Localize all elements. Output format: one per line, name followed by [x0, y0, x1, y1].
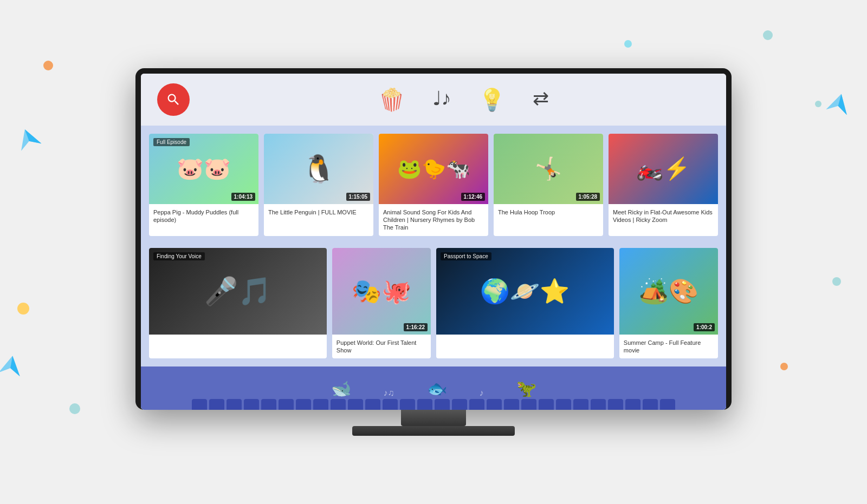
seat: [643, 399, 658, 410]
seat: [279, 399, 294, 410]
seat: [469, 399, 484, 410]
footer-char-2: 🐟: [427, 379, 447, 398]
seat: [296, 399, 311, 410]
video-card-voice[interactable]: 🎤🎵 Finding Your Voice: [149, 248, 327, 359]
video-card-hula[interactable]: 🤸🏻 1:05:28 The Hula Hoop Troop: [494, 134, 603, 236]
duration-penguin: 1:15:05: [346, 193, 370, 201]
seat: [383, 399, 398, 410]
tv-outer: 🍿 ♩♪ 💡 ⇄: [135, 68, 732, 410]
seat: [313, 399, 328, 410]
nav-explore[interactable]: ⇄: [533, 89, 549, 110]
search-icon: [166, 92, 181, 107]
music-icon: ♩♪: [432, 89, 451, 108]
origami-left: [14, 123, 42, 154]
origami-left-bottom: [0, 351, 24, 379]
nav-icons: 🍿 ♩♪ 💡 ⇄: [217, 89, 710, 110]
thumb-space: 🌍🪐⭐: [436, 248, 614, 335]
tv-screen: 🍿 ♩♪ 💡 ⇄: [141, 74, 726, 410]
tv-neck: [401, 410, 466, 426]
seat: [591, 399, 606, 410]
title-ricky: Meet Ricky in Flat-Out Awesome Kids Vide…: [609, 204, 718, 228]
seat: [573, 399, 588, 410]
seat: [348, 399, 363, 410]
title-puppet: Puppet World: Our First Talent Show: [332, 335, 431, 359]
thumb-ricky: 🏍️⚡: [609, 134, 718, 204]
music-notes-1: ♪♫: [384, 388, 394, 398]
seat: [209, 399, 224, 410]
nav-movies[interactable]: 🍿: [378, 89, 405, 110]
music-notes-2: ♪: [480, 388, 484, 398]
footer-characters: 🐋 ♪♫ 🐟 ♪ 🦖: [331, 379, 536, 398]
seat: [227, 399, 242, 410]
movies-icon: 🍿: [378, 89, 405, 110]
seat: [504, 399, 519, 410]
learning-icon: 💡: [478, 89, 506, 110]
dot-8: [815, 101, 821, 107]
title-animal: Animal Sound Song For Kids And Children …: [379, 204, 488, 236]
duration-puppet: 1:16:22: [404, 323, 428, 331]
seat: [487, 399, 502, 410]
video-card-peppa[interactable]: 🐷🐷 Full Episode 1:04:13 Peppa Pig - Mudd…: [149, 134, 258, 236]
svg-marker-4: [826, 91, 852, 115]
seat: [192, 399, 207, 410]
seat: [331, 399, 346, 410]
duration-hula: 1:05:28: [576, 193, 600, 201]
seat: [244, 399, 259, 410]
seat: [365, 399, 380, 410]
tv-stand: [135, 410, 732, 436]
video-card-summer[interactable]: 🏕️🎨 1:00:2 Summer Camp - Full Feature mo…: [619, 248, 718, 359]
duration-peppa: 1:04:13: [231, 193, 255, 201]
video-row-1: 🐷🐷 Full Episode 1:04:13 Peppa Pig - Mudd…: [141, 126, 726, 244]
duration-summer: 1:00:2: [694, 323, 715, 331]
title-peppa: Peppa Pig - Muddy Puddles (full episode): [149, 204, 258, 228]
tv-wrapper: 🍿 ♩♪ 💡 ⇄: [135, 68, 732, 436]
video-card-space[interactable]: 🌍🪐⭐ Passport to Space: [436, 248, 614, 359]
nav-bar: 🍿 ♩♪ 💡 ⇄: [141, 74, 726, 126]
seat: [452, 399, 467, 410]
explore-icon: ⇄: [533, 89, 549, 108]
footer-bar: 🐋 ♪♫ 🐟 ♪ 🦖: [141, 366, 726, 410]
title-summer: Summer Camp - Full Feature movie: [619, 335, 718, 359]
video-row-2: 🎤🎵 Finding Your Voice 🎭🐙 1:16:22: [141, 244, 726, 367]
seat: [539, 399, 554, 410]
seat: [261, 399, 276, 410]
dot-6: [780, 363, 788, 370]
thumb-voice: 🎤🎵: [149, 248, 327, 335]
label-voice: Finding Your Voice: [153, 252, 205, 260]
origami-right: [825, 88, 853, 118]
thumb-puppet: 🎭🐙: [332, 248, 431, 335]
duration-animal: 1:12:46: [461, 193, 485, 201]
dot-5: [832, 277, 841, 286]
search-button[interactable]: [157, 83, 190, 116]
seat: [521, 399, 536, 410]
label-full-episode: Full Episode: [153, 138, 190, 146]
content-area: 🐷🐷 Full Episode 1:04:13 Peppa Pig - Mudd…: [141, 126, 726, 410]
video-card-penguin[interactable]: 🐧 1:15:05 The Little Penguin | FULL MOVI…: [264, 134, 373, 236]
dot-4: [17, 303, 29, 315]
thumb-summer: 🏕️🎨: [619, 248, 718, 335]
tv-base: [352, 426, 515, 436]
nav-music[interactable]: ♩♪: [432, 89, 451, 110]
video-card-puppet[interactable]: 🎭🐙 1:16:22 Puppet World: Our First Talen…: [332, 248, 431, 359]
seat: [435, 399, 450, 410]
dot-1: [43, 61, 53, 70]
seat: [556, 399, 571, 410]
dot-7: [69, 403, 80, 414]
title-hula: The Hula Hoop Troop: [494, 204, 603, 224]
seat: [660, 399, 675, 410]
title-penguin: The Little Penguin | FULL MOVIE: [264, 204, 373, 224]
label-space: Passport to Space: [441, 252, 491, 260]
seat: [400, 399, 415, 410]
nav-learning[interactable]: 💡: [478, 89, 506, 110]
dot-2: [624, 40, 632, 48]
seat: [625, 399, 640, 410]
video-card-animal[interactable]: 🐸🐤🐄 1:12:46 Animal Sound Song For Kids A…: [379, 134, 488, 236]
seat: [608, 399, 623, 410]
video-card-ricky[interactable]: 🏍️⚡ Meet Ricky in Flat-Out Awesome Kids …: [609, 134, 718, 236]
dot-3: [763, 30, 773, 40]
seat: [417, 399, 432, 410]
footer-char-1: 🐋: [331, 379, 351, 398]
footer-char-3: 🦖: [516, 379, 536, 398]
